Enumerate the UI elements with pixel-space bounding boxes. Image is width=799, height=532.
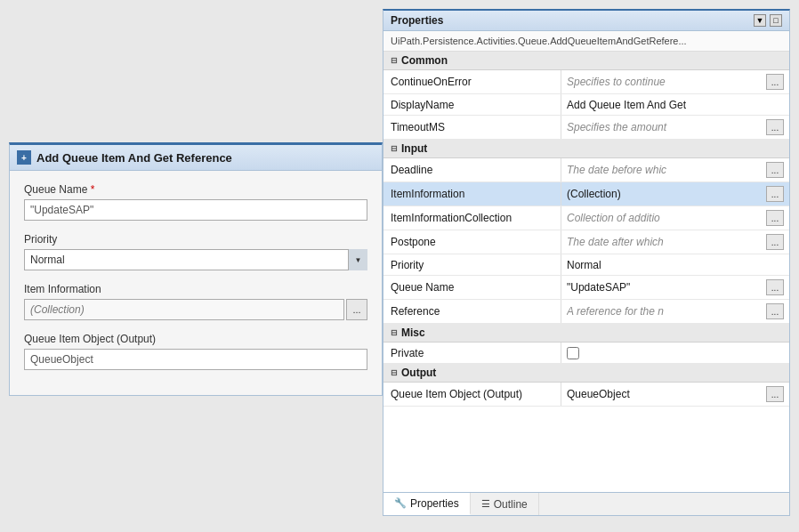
item-information-prop-text: (Collection) <box>567 188 764 200</box>
item-information-ellipsis-button[interactable]: ... <box>346 299 367 320</box>
section-misc: ⊟ Misc <box>383 324 789 343</box>
output-collapse-icon[interactable]: ⊟ <box>391 368 398 377</box>
prop-value-display-name: Add Queue Item And Get <box>561 94 789 115</box>
prop-name-deadline: Deadline <box>383 158 561 181</box>
reference-ellipsis-button[interactable]: ... <box>766 303 784 319</box>
prop-name-private: Private <box>383 343 561 363</box>
queue-name-prop-ellipsis-button[interactable]: ... <box>766 279 784 295</box>
prop-row-queue-item-object: Queue Item Object (Output) QueueObject .… <box>383 383 789 407</box>
item-information-label: Item Information <box>24 283 367 295</box>
queue-item-object-ellipsis-button[interactable]: ... <box>766 386 784 402</box>
priority-prop-text: Normal <box>567 259 784 271</box>
section-output: ⊟ Output <box>383 364 789 383</box>
common-section-label: Common <box>401 54 448 67</box>
priority-group: Priority Normal High Low ▼ <box>24 233 367 270</box>
misc-collapse-icon[interactable]: ⊟ <box>391 328 398 337</box>
properties-path: UiPath.Persistence.Activities.Queue.AddQ… <box>383 31 789 52</box>
properties-tabs: 🔧 Properties ☰ Outline <box>383 492 789 515</box>
queue-item-object-group: Queue Item Object (Output) <box>24 333 367 370</box>
prop-row-continue-on-error: ContinueOnError Specifies to continue ..… <box>383 70 789 94</box>
postpone-text: The date after which <box>567 236 764 248</box>
prop-name-display-name: DisplayName <box>383 94 561 115</box>
item-information-input[interactable] <box>24 299 344 320</box>
input-collapse-icon[interactable]: ⊟ <box>391 144 398 153</box>
collection-wrapper: ... <box>24 299 367 320</box>
priority-select[interactable]: Normal High Low <box>24 249 367 270</box>
postpone-ellipsis-button[interactable]: ... <box>766 234 784 250</box>
prop-value-priority: Normal <box>561 254 789 275</box>
prop-name-reference: Reference <box>383 300 561 323</box>
prop-name-timeout-ms: TimeoutMS <box>383 116 561 139</box>
display-name-text: Add Queue Item And Get <box>567 99 784 111</box>
prop-value-item-information: (Collection) ... <box>561 182 789 206</box>
prop-name-queue-name: Queue Name <box>383 276 561 299</box>
prop-row-item-information: ItemInformation (Collection) ... <box>383 182 789 206</box>
priority-label: Priority <box>24 233 367 246</box>
properties-title: Properties <box>391 14 443 27</box>
section-output-header: ⊟ Output <box>383 364 789 382</box>
queue-item-object-label: Queue Item Object (Output) <box>24 333 367 345</box>
reference-text: A reference for the n <box>567 305 764 318</box>
deadline-ellipsis-button[interactable]: ... <box>766 162 784 178</box>
activity-icon: + <box>17 150 31 165</box>
properties-content: ⊟ Common ContinueOnError Specifies to co… <box>383 52 789 492</box>
prop-value-timeout-ms: Specifies the amount ... <box>561 116 789 139</box>
properties-panel: Properties ▼ □ UiPath.Persistence.Activi… <box>383 9 790 516</box>
prop-value-reference: A reference for the n ... <box>561 300 789 323</box>
activity-header: + Add Queue Item And Get Reference <box>10 145 382 171</box>
activity-title: Add Queue Item And Get Reference <box>36 151 232 165</box>
queue-item-object-prop-text: QueueObject <box>567 388 764 400</box>
prop-name-item-information: ItemInformation <box>383 182 561 206</box>
prop-value-private <box>561 343 789 363</box>
activity-designer: + Add Queue Item And Get Reference Queue… <box>9 142 383 396</box>
queue-name-input[interactable] <box>24 199 367 221</box>
prop-row-postpone: Postpone The date after which ... <box>383 230 789 254</box>
item-information-prop-ellipsis-button[interactable]: ... <box>766 186 784 202</box>
section-input-header: ⊟ Input <box>383 140 789 157</box>
prop-name-item-information-collection: ItemInformationCollection <box>383 206 561 230</box>
timeout-ms-ellipsis-button[interactable]: ... <box>766 119 784 135</box>
outline-tab-label: Outline <box>494 498 528 511</box>
prop-row-display-name: DisplayName Add Queue Item And Get <box>383 94 789 116</box>
prop-name-continue-on-error: ContinueOnError <box>383 70 561 93</box>
common-collapse-icon[interactable]: ⊟ <box>391 56 398 65</box>
prop-name-postpone: Postpone <box>383 230 561 254</box>
queue-item-object-input[interactable] <box>24 349 367 370</box>
priority-select-wrapper: Normal High Low ▼ <box>24 249 367 270</box>
tab-outline[interactable]: ☰ Outline <box>471 493 539 515</box>
prop-name-queue-item-object: Queue Item Object (Output) <box>383 383 561 406</box>
input-section-label: Input <box>401 142 427 155</box>
item-information-collection-text: Collection of additio <box>567 212 764 224</box>
properties-maximize-button[interactable]: □ <box>770 14 782 27</box>
properties-tab-label: Properties <box>410 497 459 510</box>
properties-minimize-button[interactable]: ▼ <box>754 14 766 27</box>
output-section-label: Output <box>401 367 436 379</box>
section-common-header: ⊟ Common <box>383 52 789 69</box>
prop-name-priority: Priority <box>383 254 561 275</box>
tab-properties[interactable]: 🔧 Properties <box>383 493 471 515</box>
activity-body: Queue Name * Priority Normal High Low ▼ … <box>10 171 382 395</box>
section-misc-header: ⊟ Misc <box>383 324 789 342</box>
prop-row-private: Private <box>383 343 789 364</box>
required-indicator: * <box>91 183 95 196</box>
prop-row-queue-name: Queue Name "UpdateSAP" ... <box>383 276 789 300</box>
item-information-collection-ellipsis-button[interactable]: ... <box>766 210 784 226</box>
section-input: ⊟ Input <box>383 140 789 158</box>
properties-titlebar: Properties ▼ □ <box>383 11 789 31</box>
prop-row-reference: Reference A reference for the n ... <box>383 300 789 324</box>
continue-on-error-ellipsis-button[interactable]: ... <box>766 74 784 90</box>
section-common: ⊟ Common <box>383 52 789 70</box>
queue-name-prop-text: "UpdateSAP" <box>567 281 764 294</box>
private-checkbox[interactable] <box>567 347 579 359</box>
queue-name-label: Queue Name * <box>24 183 367 196</box>
properties-tab-icon: 🔧 <box>394 497 407 509</box>
timeout-ms-text: Specifies the amount <box>567 121 764 133</box>
prop-row-timeout-ms: TimeoutMS Specifies the amount ... <box>383 116 789 140</box>
prop-value-deadline: The date before whic ... <box>561 158 789 181</box>
prop-value-item-information-collection: Collection of additio ... <box>561 206 789 230</box>
item-information-group: Item Information ... <box>24 283 367 320</box>
queue-name-group: Queue Name * <box>24 183 367 221</box>
prop-row-item-information-collection: ItemInformationCollection Collection of … <box>383 206 789 230</box>
prop-row-deadline: Deadline The date before whic ... <box>383 158 789 182</box>
prop-value-queue-item-object: QueueObject ... <box>561 383 789 406</box>
